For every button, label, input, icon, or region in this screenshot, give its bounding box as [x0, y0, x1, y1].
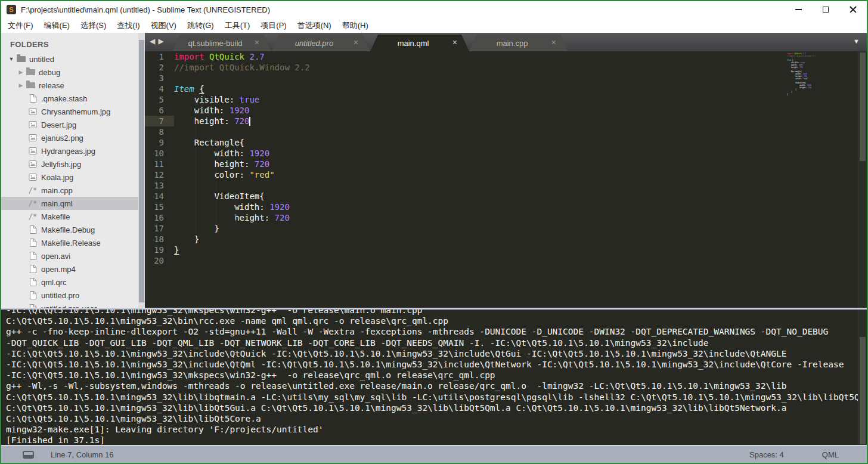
- indent-setting[interactable]: Spaces: 4: [749, 450, 784, 459]
- menu-item-t[interactable]: 工具(T): [219, 20, 256, 31]
- line-number[interactable]: 1: [145, 51, 174, 62]
- console-line: -DQT_QUICK_LIB -DQT_GUI_LIB -DQT_QML_LIB…: [6, 338, 867, 348]
- code-line: 20: [145, 255, 867, 266]
- status-bar-right: Spaces: 4 QML: [749, 450, 867, 459]
- line-number[interactable]: 10: [145, 148, 174, 159]
- code-editor[interactable]: 1import QtQuick 2.72//import QtQuick.Win…: [145, 51, 867, 308]
- sidebar-item-untitled[interactable]: ▼untitled: [1, 52, 145, 66]
- sidebar-scrollbar-thumb[interactable]: [139, 40, 144, 302]
- sidebar-item-Koala.jpg[interactable]: Koala.jpg: [1, 171, 145, 184]
- line-number[interactable]: 12: [145, 169, 174, 180]
- sidebar-item-release[interactable]: ▶release: [1, 79, 145, 92]
- tab-close-icon[interactable]: ×: [551, 38, 556, 47]
- chevron-right-icon[interactable]: ▶: [17, 69, 25, 75]
- sidebar-item-label: untitled.pro: [41, 291, 79, 300]
- tab-close-icon[interactable]: ×: [452, 38, 457, 47]
- tab-scroll-arrows-icon[interactable]: ◀ ▶: [150, 37, 165, 45]
- menu-item-n[interactable]: 首选项(N): [292, 20, 337, 31]
- sidebar-item-.qmake.stash[interactable]: .qmake.stash: [1, 92, 145, 105]
- sidebar-item-Desert.jpg[interactable]: Desert.jpg: [1, 118, 145, 131]
- sidebar-item-Chrysanthemum.jpg[interactable]: Chrysanthemum.jpg: [1, 105, 145, 118]
- sidebar-item-Makefile[interactable]: /*Makefile: [1, 210, 145, 223]
- console-scrollbar-thumb[interactable]: [860, 337, 866, 444]
- line-number[interactable]: 4: [145, 83, 174, 94]
- tab-overflow-button[interactable]: ▼: [853, 38, 860, 45]
- editor-scrollbar-thumb[interactable]: [860, 52, 866, 161]
- console-line: -IC:\Qt\Qt5.10.1\5.10.1\mingw53_32\inclu…: [6, 348, 867, 359]
- panel-toggle-icon[interactable]: [23, 451, 34, 459]
- tab-close-icon[interactable]: ×: [354, 38, 358, 47]
- menu-item-v[interactable]: 视图(V): [145, 20, 182, 31]
- sidebar-item-untitled.pro[interactable]: untitled.pro: [1, 289, 145, 302]
- image-icon: [27, 146, 38, 156]
- maximize-button[interactable]: [812, 1, 839, 18]
- sidebar-item-Hydrangeas.jpg[interactable]: Hydrangeas.jpg: [1, 144, 145, 157]
- syntax-mode[interactable]: QML: [822, 450, 839, 459]
- menu-item-s[interactable]: 选择(S): [75, 20, 111, 31]
- line-number[interactable]: 20: [145, 255, 174, 266]
- code-line-text: }: [174, 223, 219, 234]
- sidebar-item-Makefile.Debug[interactable]: Makefile.Debug: [1, 223, 145, 236]
- line-number[interactable]: 11: [145, 159, 174, 169]
- folder-tree: ▼untitled▶debug▶release.qmake.stashChrys…: [1, 52, 145, 308]
- line-number[interactable]: 14: [145, 191, 174, 202]
- sidebar-item-open.avi[interactable]: open.avi: [1, 249, 145, 262]
- sidebar-item-ejanus2.png[interactable]: ejanus2.png: [1, 131, 145, 144]
- menu-item-h[interactable]: 帮助(H): [337, 20, 374, 31]
- line-number[interactable]: 17: [145, 223, 174, 234]
- sidebar-item-qml.qrc[interactable]: qml.qrc: [1, 276, 145, 289]
- file-icon: [27, 225, 38, 234]
- tab-bar: ◀ ▶ qt.sublime-build×untitled.pro×main.q…: [145, 33, 867, 51]
- editor-scrollbar[interactable]: [858, 51, 867, 308]
- tab-main.qml[interactable]: main.qml×: [370, 35, 469, 51]
- tab-main.cpp[interactable]: main.cpp×: [469, 35, 568, 51]
- sidebar-item-label: main.cpp: [41, 186, 73, 195]
- build-output-panel[interactable]: -IC:\Qt\Qt5.10.1\5.10.1\mingw53_32\mkspe…: [1, 308, 867, 445]
- line-number[interactable]: 19: [145, 245, 174, 255]
- menu-item-i[interactable]: 查找(I): [111, 20, 145, 31]
- code-line-text: //import QtQuick.Window 2.2: [174, 62, 310, 73]
- tab-untitled.pro[interactable]: untitled.pro×: [271, 35, 370, 51]
- console-scrollbar[interactable]: [858, 310, 867, 445]
- chevron-down-icon[interactable]: ▼: [7, 56, 16, 62]
- menu-item-p[interactable]: 项目(P): [255, 20, 292, 31]
- menu-item-e[interactable]: 编辑(E): [39, 20, 75, 31]
- tab-close-icon[interactable]: ×: [255, 38, 259, 47]
- close-button[interactable]: [839, 1, 867, 18]
- menu-item-f[interactable]: 文件(F): [2, 20, 39, 31]
- menu-item-g[interactable]: 跳转(G): [182, 20, 219, 31]
- line-number[interactable]: 2: [145, 62, 174, 73]
- line-number[interactable]: 18: [145, 234, 174, 245]
- sidebar-item-main.cpp[interactable]: /*main.cpp: [1, 184, 145, 197]
- sidebar-item-Makefile.Release[interactable]: Makefile.Release: [1, 236, 145, 249]
- tab-label: main.qml: [398, 39, 442, 48]
- line-number[interactable]: 9: [145, 137, 174, 148]
- status-bar: Line 7, Column 16 Spaces: 4 QML: [1, 445, 867, 463]
- line-number[interactable]: 5: [145, 94, 174, 105]
- sidebar-item-open.mp4[interactable]: open.mp4: [1, 262, 145, 276]
- sidebar-scrollbar[interactable]: [138, 33, 145, 308]
- line-number[interactable]: 8: [145, 126, 174, 137]
- sidebar-item-Jellyfish.jpg[interactable]: Jellyfish.jpg: [1, 157, 145, 171]
- sidebar-item-label: Makefile.Debug: [41, 225, 95, 234]
- code-line-text: width: 1920: [174, 148, 269, 159]
- sidebar-item-untitled.pro.user[interactable]: untitled.pro.user: [1, 302, 145, 308]
- code-line: 5 visible: true: [145, 94, 867, 105]
- line-number[interactable]: 7: [145, 116, 174, 126]
- minimize-button[interactable]: [785, 1, 812, 18]
- line-number[interactable]: 13: [145, 180, 174, 191]
- folder-open-icon: [16, 56, 26, 62]
- code-line-text: color: "red": [174, 169, 275, 180]
- chevron-right-icon[interactable]: ▶: [17, 82, 25, 88]
- line-number[interactable]: 16: [145, 212, 174, 223]
- window-frame: S F:\projects\untitled\main.qml (untitle…: [0, 0, 868, 464]
- main-area: FOLDERS ▼untitled▶debug▶release.qmake.st…: [1, 33, 867, 308]
- tab-qt.sublime-build[interactable]: qt.sublime-build×: [172, 35, 271, 51]
- sidebar-item-main.qml[interactable]: /*main.qml: [1, 197, 145, 210]
- line-number[interactable]: 6: [145, 105, 174, 116]
- code-line: 11 height: 720: [145, 159, 867, 169]
- line-number[interactable]: 15: [145, 202, 174, 212]
- line-number[interactable]: 3: [145, 73, 174, 83]
- code-line: 12 color: "red": [145, 169, 867, 180]
- sidebar-item-debug[interactable]: ▶debug: [1, 66, 145, 79]
